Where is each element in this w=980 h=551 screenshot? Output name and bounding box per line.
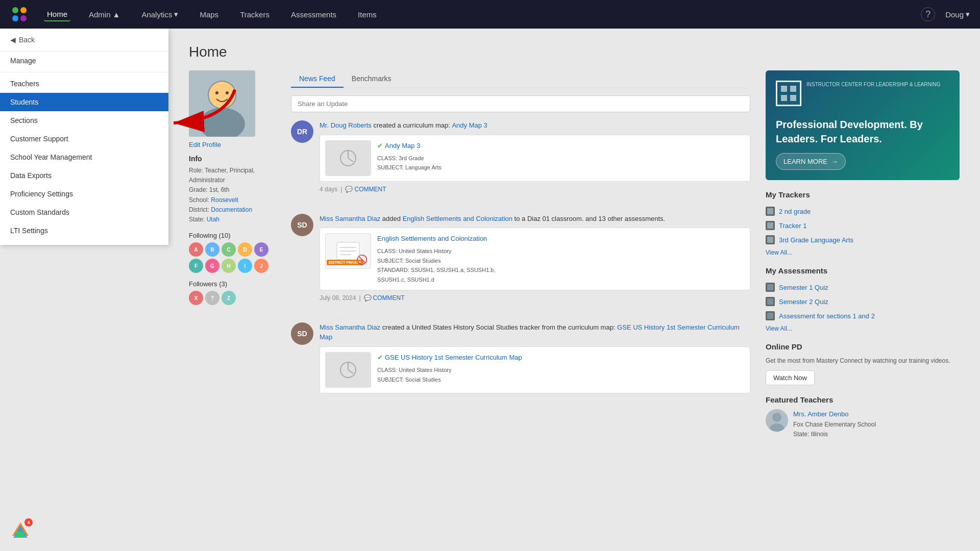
teacher-name-1[interactable]: Mrs. Amber Denbo [793,409,876,420]
dropdown-school-year[interactable]: School Year Management [0,148,168,166]
assessment-icon-3 [766,311,775,320]
profile-school: School: Roosevelt [189,195,281,205]
trackers-view-all[interactable]: View All... [766,249,960,256]
school-link[interactable]: Roosevelt [211,196,238,204]
svg-point-1 [20,7,27,13]
content-area: ◀ Back Manage Teachers Students Sections… [0,29,980,551]
dropdown-manage[interactable]: Manage [0,52,168,70]
tab-benchmarks[interactable]: Benchmarks [344,70,400,88]
tracker-item-1[interactable]: 2 nd grade [766,204,960,218]
dropdown-lti-settings[interactable]: LTI Settings [0,221,168,240]
help-button[interactable]: ? [921,7,935,21]
app-logo[interactable] [10,5,29,23]
tab-newsfeed[interactable]: News Feed [291,70,344,88]
svg-rect-27 [767,222,773,229]
svg-point-10 [226,91,229,94]
followers-section: Followers (3) X ? Z [189,280,281,305]
nav-trackers[interactable]: Trackers [237,8,273,21]
follower-avatar-f2[interactable]: ? [205,291,219,305]
feed-card-title-3[interactable]: ✔GSE US History 1st Semester Curriculum … [377,352,522,363]
bottom-logo[interactable]: 4 [10,520,31,541]
svg-rect-37 [16,532,24,538]
assessments-view-all[interactable]: View All... [766,325,960,332]
feed-user-link-1[interactable]: Mr. Doug Roberts [320,121,372,129]
nav-home[interactable]: Home [44,8,70,21]
dropdown-custom-standards[interactable]: Custom Standards [0,203,168,221]
featured-teachers-section: Featured Teachers Mrs. Amber Denbo Fox C… [766,395,960,439]
feed-item-3: SD Miss Samantha Diaz created a United S… [291,322,750,408]
promo-learn-more-btn[interactable]: LEARN MORE → [776,153,846,170]
tracker-icon-1 [766,207,775,216]
nav-admin[interactable]: Admin ▲ [86,8,123,21]
state-link[interactable]: Utah [207,216,219,223]
feed-content-1: Mr. Doug Roberts created a curriculum ma… [320,120,750,193]
dropdown-proficiency[interactable]: Proficiency Settings [0,185,168,203]
follower-avatar-8[interactable]: H [222,259,236,273]
svg-rect-23 [790,86,796,92]
feed-user-link-3[interactable]: Miss Samantha Diaz [320,323,380,331]
main-content: Home [168,29,980,551]
svg-point-8 [209,82,235,108]
dropdown-back-button[interactable]: ◀ Back [0,29,168,52]
dropdown-students[interactable]: Students [0,93,168,111]
nav-items[interactable]: Items [355,8,380,21]
svg-rect-30 [767,298,773,305]
follower-avatar-f1[interactable]: X [189,291,203,305]
feed-user-link-2[interactable]: Miss Samantha Diaz [320,215,380,222]
assessment-item-2[interactable]: Semester 2 Quiz [766,294,960,309]
profile-grade: Grade: 1st, 6th [189,185,281,195]
dropdown-customer-support[interactable]: Customer Support [0,130,168,148]
feed-tabs: News Feed Benchmarks [291,70,750,88]
assessment-icon-2 [766,297,775,306]
follower-avatar-9[interactable]: I [238,259,252,273]
dropdown-sections[interactable]: Sections [0,111,168,130]
nav-assessments[interactable]: Assessments [288,8,339,21]
follower-avatar-10[interactable]: J [254,259,268,273]
nav-maps[interactable]: Maps [197,8,222,21]
follower-avatar-7[interactable]: G [205,259,219,273]
follower-avatar-3[interactable]: C [222,242,236,257]
promo-card: INSTRUCTOR CENTER FOR LEADERSHIP & LEARN… [766,70,960,180]
svg-rect-31 [767,313,773,319]
follower-avatar-5[interactable]: E [254,242,268,257]
feed-meta-2: July 08, 2024 | 💬 COMMENT [320,294,750,302]
top-navigation: Home Admin ▲ Analytics ▾ Maps Trackers A… [0,0,980,29]
nav-analytics[interactable]: Analytics ▾ [138,8,181,21]
svg-rect-24 [781,95,787,101]
follower-avatar-4[interactable]: D [238,242,252,257]
feed-assess-link-2[interactable]: English Settlements and Colonization [403,215,512,222]
watch-now-button[interactable]: Watch Now [766,370,815,385]
district-link[interactable]: Documentation [211,206,252,213]
follower-avatar-6[interactable]: F [189,259,203,273]
tracker-item-2[interactable]: Tracker 1 [766,218,960,233]
user-menu[interactable]: Doug ▾ [945,10,970,19]
tracker-item-3[interactable]: 3rd Grade Language Arts [766,233,960,247]
feed-item-2: SD Miss Samantha Diaz added English Sett… [291,214,750,312]
assessment-item-1[interactable]: Semester 1 Quiz [766,280,960,294]
share-update-input[interactable] [291,95,750,112]
promo-logo [776,81,801,106]
feed-card-info-3: ✔GSE US History 1st Semester Curriculum … [377,352,522,388]
home-grid: Edit Profile Info Role: Teacher, Princip… [189,70,960,449]
dropdown-teachers[interactable]: Teachers [0,74,168,93]
page-title: Home [189,44,960,60]
dropdown-data-exports[interactable]: Data Exports [0,166,168,185]
trackers-title: My Trackers [766,190,960,199]
follower-avatar-1[interactable]: A [189,242,203,257]
profile-district: District: Documentation [189,205,281,215]
assessment-item-3[interactable]: Assessment for sections 1 and 2 [766,309,960,323]
mastery-connect-icon: 4 [10,520,31,541]
feed-card-title-2[interactable]: English Settlements and Colonization [377,233,495,244]
teacher-avatar-1 [766,409,788,432]
feed-card-2: DISTRICT PRIVATE 🚫 English Settlements a… [320,228,750,290]
feed-card-title-1[interactable]: ✔Andy Map 3 [377,140,442,152]
following-section: Following (10) A B C D E F G H I J [189,232,281,273]
follower-avatar-2[interactable]: B [205,242,219,257]
comment-btn-2[interactable]: 💬 COMMENT [364,294,405,302]
follower-avatar-f3[interactable]: Z [222,291,236,305]
feed-map-link-1[interactable]: Andy Map 3 [452,121,487,129]
edit-profile-link[interactable]: Edit Profile [189,141,281,148]
comment-btn-1[interactable]: 💬 COMMENT [345,186,386,193]
svg-point-33 [772,413,781,422]
feed-text-1: Mr. Doug Roberts created a curriculum ma… [320,120,750,131]
